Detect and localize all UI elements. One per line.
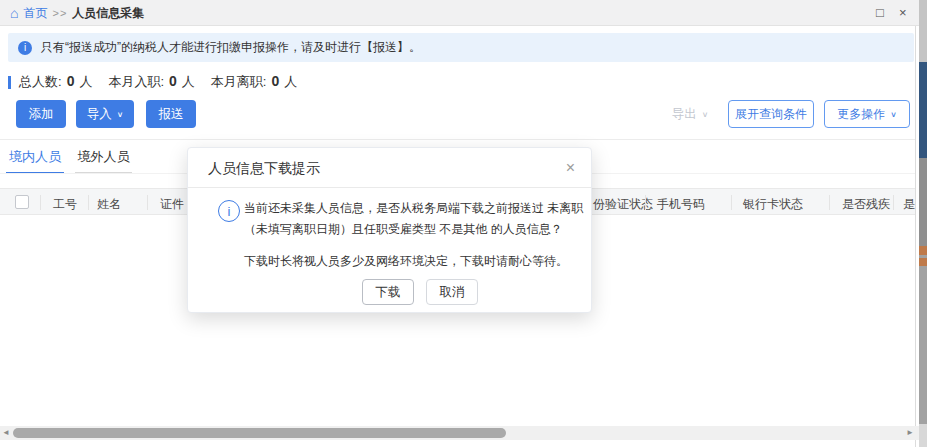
add-button-label: 添加: [29, 106, 54, 123]
stats-accent-bar: [8, 76, 11, 89]
stat-left-label: 本月离职:: [211, 73, 267, 91]
column-separator: [147, 195, 148, 210]
scroll-right-arrow-icon[interactable]: ►: [906, 426, 914, 440]
column-header-id-type: 证件: [160, 196, 184, 213]
import-button[interactable]: 导入 ∨: [76, 100, 134, 128]
column-separator: [829, 195, 830, 210]
strip-segment: [919, 0, 927, 62]
horizontal-scrollbar[interactable]: ◄ ►: [0, 426, 919, 440]
chevron-down-icon: ∨: [702, 110, 709, 118]
stat-left: 本月离职:0人: [211, 73, 297, 91]
column-header-disabled: 是否残疾: [842, 196, 890, 213]
info-icon: i: [18, 41, 32, 55]
column-header-employee-id: 工号: [53, 196, 77, 213]
breadcrumb: ⌂ 首页 >> 人员信息采集: [10, 0, 144, 26]
column-header-truncated: 是: [903, 196, 915, 213]
column-header-phone: 手机号码: [657, 196, 705, 213]
dialog-header: 人员信息下载提示 ×: [188, 148, 591, 188]
maximize-button[interactable]: □: [876, 0, 884, 26]
column-header-name: 姓名: [97, 196, 121, 213]
expand-query-button[interactable]: 展开查询条件: [728, 100, 814, 128]
column-separator: [40, 195, 41, 210]
stat-joined-label: 本月入职:: [108, 73, 164, 91]
submit-button-label: 报送: [159, 106, 184, 123]
info-banner: i 只有“报送成功”的纳税人才能进行扣缴申报操作，请及时进行【报送】。: [8, 33, 914, 62]
cancel-button[interactable]: 取消: [426, 279, 478, 305]
export-button[interactable]: 导出 ∨: [668, 100, 712, 128]
column-header-bankcard-status: 银行卡状态: [743, 196, 803, 213]
column-header-identity-verify-status: 份验证状态: [593, 196, 653, 213]
stat-left-unit: 人: [284, 73, 297, 91]
add-button[interactable]: 添加: [16, 100, 66, 128]
chevron-down-icon: ∨: [117, 110, 124, 118]
dialog-info-icon: i: [218, 200, 240, 222]
home-icon: ⌂: [10, 6, 18, 20]
submit-button[interactable]: 报送: [146, 100, 196, 128]
tab-domestic-personnel[interactable]: 境内人员: [6, 148, 64, 174]
dialog-close-icon[interactable]: ×: [566, 148, 575, 188]
close-window-button[interactable]: ×: [899, 0, 907, 26]
export-button-label: 导出: [672, 106, 697, 123]
scroll-left-arrow-icon[interactable]: ◄: [2, 426, 10, 440]
select-all-checkbox[interactable]: [15, 195, 29, 209]
strip-segment: [919, 246, 927, 255]
expand-query-label: 展开查询条件: [735, 106, 807, 123]
dialog-title: 人员信息下载提示: [208, 148, 320, 188]
stats-bar: 总人数:0人 本月入职:0人 本月离职:0人: [8, 73, 313, 91]
breadcrumb-home[interactable]: 首页: [23, 5, 47, 22]
panel-right-border: [915, 26, 916, 447]
more-actions-label: 更多操作: [837, 106, 885, 123]
download-button[interactable]: 下载: [362, 279, 414, 305]
stat-left-value: 0: [271, 73, 279, 89]
app-window: ⌂ 首页 >> 人员信息采集 □ × i 只有“报送成功”的纳税人才能进行扣缴申…: [0, 0, 927, 447]
column-separator: [893, 195, 894, 210]
toolbar-divider: [0, 139, 915, 140]
column-separator: [731, 195, 732, 210]
horizontal-scrollbar-thumb[interactable]: [13, 428, 506, 438]
background-window-scrollbar: [919, 0, 927, 447]
breadcrumb-separator: >>: [52, 7, 67, 19]
import-button-label: 导入: [87, 106, 112, 123]
stat-joined-unit: 人: [182, 73, 195, 91]
stat-joined-value: 0: [169, 73, 177, 89]
strip-segment: [919, 258, 927, 266]
strip-segment: [919, 424, 927, 447]
strip-segment: [919, 62, 927, 158]
chevron-down-icon: ∨: [890, 110, 897, 118]
stat-total-value: 0: [67, 73, 75, 89]
download-prompt-dialog: 人员信息下载提示 × i 当前还未采集人员信息，是否从税务局端下载之前报送过 未…: [187, 147, 592, 313]
dialog-message: 当前还未采集人员信息，是否从税务局端下载之前报送过 未离职 （未填写离职日期）且…: [244, 198, 583, 240]
column-separator: [645, 195, 646, 210]
stat-total: 总人数:0人: [19, 73, 92, 91]
more-actions-button[interactable]: 更多操作 ∨: [824, 100, 910, 128]
stat-total-label: 总人数:: [19, 73, 62, 91]
banner-text: 只有“报送成功”的纳税人才能进行扣缴申报操作，请及时进行【报送】。: [41, 39, 421, 56]
tab-overseas-personnel[interactable]: 境外人员: [75, 148, 132, 174]
stat-total-unit: 人: [79, 73, 92, 91]
breadcrumb-current: 人员信息采集: [72, 5, 144, 22]
title-bar: ⌂ 首页 >> 人员信息采集 □ ×: [0, 0, 927, 26]
strip-segment: [919, 158, 927, 246]
column-separator: [88, 195, 89, 210]
stat-joined: 本月入职:0人: [108, 73, 194, 91]
dialog-note: 下载时长将视人员多少及网络环境决定，下载时请耐心等待。: [244, 253, 568, 270]
